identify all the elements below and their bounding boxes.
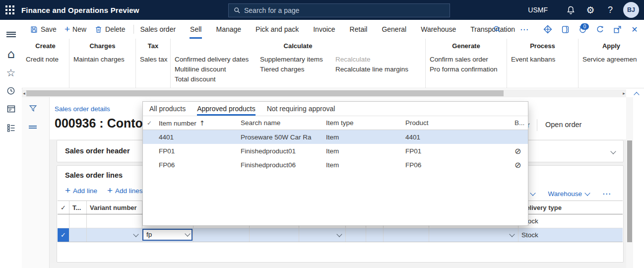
open-in-office-button[interactable] [559, 23, 572, 36]
lookup-row[interactable]: FP01 Finishedproduct01 Item FP01 ⊘ [143, 144, 528, 158]
item-number-cell[interactable]: FP06 [156, 161, 238, 169]
item-number-cell[interactable]: FP01 [156, 147, 238, 155]
total-discount-button[interactable]: Total discount [175, 74, 260, 84]
grid-cell[interactable] [299, 228, 346, 242]
tab-approved-products[interactable]: Approved products [197, 102, 256, 116]
avatar[interactable]: BJ [623, 2, 639, 18]
grid-cell[interactable] [366, 228, 384, 242]
scroll-left-arrow[interactable]: ◂ [22, 90, 26, 97]
lines-more-button[interactable]: ⋯ [602, 189, 611, 199]
notifications-button[interactable] [561, 0, 580, 20]
tab-all-products[interactable]: All products [149, 102, 186, 116]
delivery-type-cell[interactable]: Stock [518, 214, 623, 228]
lookup-row[interactable]: FP06 Finishedproduct06 Item FP06 ⊘ [143, 158, 528, 172]
lookup-row-selected[interactable]: 4401 Proseware 50W Car Ra Item 4401 [143, 130, 528, 144]
event-kanbans-button[interactable]: Event kanbans [511, 55, 555, 65]
tab-sell[interactable]: Sell [190, 20, 202, 39]
product-cell[interactable]: FP01 [402, 147, 512, 155]
open-in-new-window-button[interactable] [611, 23, 624, 36]
grid-cell[interactable] [69, 214, 87, 228]
column-header-delivery-type[interactable]: Delivery type [518, 201, 623, 214]
grid-row-selected[interactable]: ✓ [58, 228, 623, 242]
delivery-type-cell[interactable]: Stock [518, 228, 623, 242]
search-name-cell[interactable]: Finishedproduct06 [238, 161, 323, 169]
pro-forma-confirmation-button[interactable]: Pro forma confirmation [430, 65, 498, 74]
new-button[interactable]: + New [64, 25, 86, 34]
variant-number-cell[interactable] [87, 228, 142, 242]
scroll-right-arrow[interactable]: ▸ [622, 90, 626, 97]
sales-tax-button[interactable]: Sales tax [140, 55, 168, 65]
grid-cell[interactable] [429, 228, 518, 242]
column-header-product[interactable]: Product [402, 119, 512, 127]
add-lines-button[interactable]: + Add lines [107, 187, 143, 195]
search-name-cell[interactable]: Proseware 50W Car Ra [238, 134, 323, 141]
refresh-button[interactable] [593, 23, 606, 36]
product-cell[interactable]: 4401 [402, 134, 512, 141]
supplementary-items-button[interactable]: Supplementary items [260, 55, 335, 65]
service-agreement-button[interactable]: Service agreemen [582, 55, 637, 65]
workspaces-form-icon[interactable] [0, 100, 22, 117]
confirm-sales-order-button[interactable]: Confirm sales order [430, 55, 498, 65]
home-icon[interactable]: ⌂ [0, 46, 22, 63]
tab-manage[interactable]: Manage [215, 20, 242, 39]
item-type-cell[interactable]: Item [323, 161, 402, 169]
grid-cell[interactable] [346, 228, 366, 242]
multiline-discount-button[interactable]: Multiline discount [175, 65, 260, 74]
chevron-down-icon[interactable] [611, 147, 615, 155]
settings-button[interactable]: ⚙ [580, 0, 600, 20]
credit-note-button[interactable]: Credit note [26, 55, 59, 65]
row-select-cell[interactable] [58, 214, 69, 228]
tab-general[interactable]: General [381, 20, 407, 39]
modules-list-icon[interactable] [0, 119, 22, 136]
chevron-down-icon[interactable] [530, 190, 536, 196]
hamburger-menu-icon[interactable] [0, 26, 22, 43]
delete-button[interactable]: Delete [94, 25, 125, 34]
save-button[interactable]: Save [30, 25, 57, 34]
tiered-charges-button[interactable]: Tiered charges [260, 65, 335, 74]
row-selected-checkbox[interactable]: ✓ [58, 228, 69, 242]
recalculate-line-margins-button[interactable]: Recalculate line margins [335, 65, 425, 74]
close-page-button[interactable]: ✕ [628, 23, 641, 36]
grid-cell[interactable] [193, 228, 250, 242]
column-header-blocked[interactable]: B... [512, 119, 528, 127]
collapse-ribbon-button[interactable] [632, 91, 641, 97]
select-all-header[interactable]: ✓ [58, 201, 69, 214]
tab-retail[interactable]: Retail [349, 20, 368, 39]
page-search-box[interactable]: Search for a page [228, 3, 450, 17]
tab-pick-and-pack[interactable]: Pick and pack [255, 20, 299, 39]
page-caption-link[interactable]: Sales order details [55, 105, 110, 113]
item-type-cell[interactable]: Item [323, 134, 402, 141]
toolbar-search-button[interactable] [491, 23, 504, 36]
tab-not-requiring-approval[interactable]: Not requiring approval [267, 102, 335, 116]
vertical-scrollbar-thumb[interactable] [627, 140, 632, 242]
grid-cell[interactable] [384, 228, 429, 242]
help-button[interactable]: ? [600, 0, 620, 20]
column-header-variant-number[interactable]: Variant number [87, 201, 142, 214]
show-related-button[interactable] [541, 23, 554, 36]
app-launcher-icon[interactable] [5, 5, 14, 14]
task-list-icon[interactable] [27, 121, 39, 133]
horizontal-scrollbar-thumb[interactable] [26, 90, 504, 96]
column-header-type[interactable]: T... [69, 201, 87, 214]
grid-cell[interactable] [250, 228, 299, 242]
column-header-item-type[interactable]: Item type [323, 119, 402, 127]
item-number-cell[interactable]: 4401 [156, 134, 238, 141]
grid-cell[interactable] [87, 214, 142, 228]
tab-warehouse[interactable]: Warehouse [420, 20, 456, 39]
confirmed-delivery-dates-button[interactable]: Confirmed delivery dates [175, 55, 260, 65]
tab-sales-order[interactable]: Sales order [140, 20, 177, 39]
recent-clock-icon[interactable] [0, 82, 22, 99]
filter-funnel-icon[interactable] [27, 102, 39, 114]
favorites-star-icon[interactable]: ☆ [0, 65, 22, 81]
item-type-cell[interactable]: Item [323, 147, 402, 155]
warehouse-menu-button[interactable]: Warehouse [548, 190, 589, 198]
messages-button[interactable]: 0 [576, 23, 589, 36]
horizontal-scrollbar[interactable]: ◂ ▸ [22, 89, 626, 97]
add-line-button[interactable]: + Add line [65, 187, 97, 195]
open-order-button[interactable]: Open order [545, 121, 581, 129]
maintain-charges-button[interactable]: Maintain charges [73, 55, 125, 65]
tab-invoice[interactable]: Invoice [313, 20, 335, 39]
item-number-input[interactable] [142, 229, 193, 241]
company-picker[interactable]: USMF [528, 6, 548, 14]
more-commands-button[interactable]: ⋯ [518, 23, 531, 36]
